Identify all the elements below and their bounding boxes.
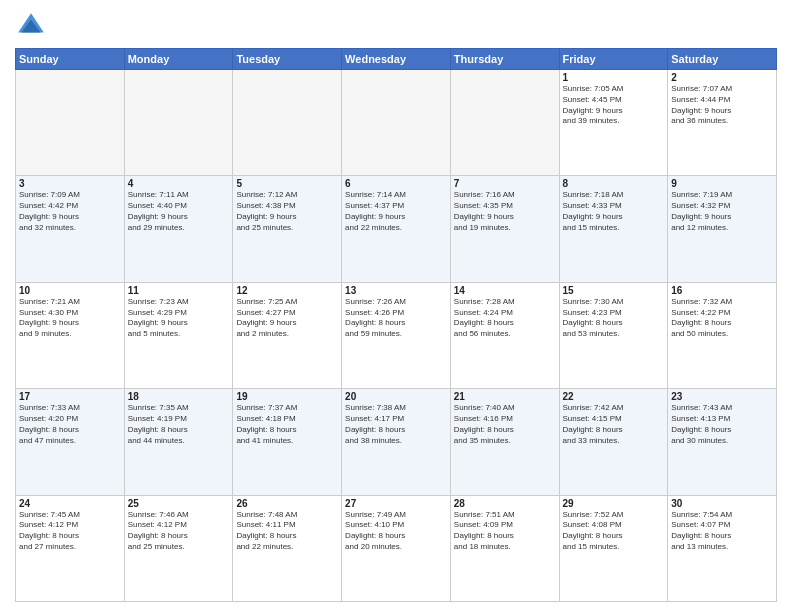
day-info: Sunrise: 7:21 AM Sunset: 4:30 PM Dayligh…: [19, 297, 121, 340]
day-info: Sunrise: 7:40 AM Sunset: 4:16 PM Dayligh…: [454, 403, 556, 446]
day-info: Sunrise: 7:54 AM Sunset: 4:07 PM Dayligh…: [671, 510, 773, 553]
day-info: Sunrise: 7:42 AM Sunset: 4:15 PM Dayligh…: [563, 403, 665, 446]
day-number: 6: [345, 178, 447, 189]
day-info: Sunrise: 7:05 AM Sunset: 4:45 PM Dayligh…: [563, 84, 665, 127]
day-cell: 10Sunrise: 7:21 AM Sunset: 4:30 PM Dayli…: [16, 282, 125, 388]
day-cell: 6Sunrise: 7:14 AM Sunset: 4:37 PM Daylig…: [342, 176, 451, 282]
week-row-3: 10Sunrise: 7:21 AM Sunset: 4:30 PM Dayli…: [16, 282, 777, 388]
day-info: Sunrise: 7:51 AM Sunset: 4:09 PM Dayligh…: [454, 510, 556, 553]
day-cell: 2Sunrise: 7:07 AM Sunset: 4:44 PM Daylig…: [668, 70, 777, 176]
weekday-wednesday: Wednesday: [342, 49, 451, 70]
day-cell: 23Sunrise: 7:43 AM Sunset: 4:13 PM Dayli…: [668, 389, 777, 495]
day-number: 9: [671, 178, 773, 189]
day-info: Sunrise: 7:18 AM Sunset: 4:33 PM Dayligh…: [563, 190, 665, 233]
day-cell: 13Sunrise: 7:26 AM Sunset: 4:26 PM Dayli…: [342, 282, 451, 388]
day-info: Sunrise: 7:38 AM Sunset: 4:17 PM Dayligh…: [345, 403, 447, 446]
header: [15, 10, 777, 42]
day-cell: 28Sunrise: 7:51 AM Sunset: 4:09 PM Dayli…: [450, 495, 559, 601]
day-cell: 25Sunrise: 7:46 AM Sunset: 4:12 PM Dayli…: [124, 495, 233, 601]
day-number: 24: [19, 498, 121, 509]
day-info: Sunrise: 7:16 AM Sunset: 4:35 PM Dayligh…: [454, 190, 556, 233]
day-number: 25: [128, 498, 230, 509]
day-info: Sunrise: 7:07 AM Sunset: 4:44 PM Dayligh…: [671, 84, 773, 127]
day-cell: 17Sunrise: 7:33 AM Sunset: 4:20 PM Dayli…: [16, 389, 125, 495]
day-number: 17: [19, 391, 121, 402]
day-cell: 22Sunrise: 7:42 AM Sunset: 4:15 PM Dayli…: [559, 389, 668, 495]
day-info: Sunrise: 7:35 AM Sunset: 4:19 PM Dayligh…: [128, 403, 230, 446]
day-info: Sunrise: 7:33 AM Sunset: 4:20 PM Dayligh…: [19, 403, 121, 446]
day-cell: 24Sunrise: 7:45 AM Sunset: 4:12 PM Dayli…: [16, 495, 125, 601]
day-info: Sunrise: 7:28 AM Sunset: 4:24 PM Dayligh…: [454, 297, 556, 340]
day-info: Sunrise: 7:46 AM Sunset: 4:12 PM Dayligh…: [128, 510, 230, 553]
weekday-sunday: Sunday: [16, 49, 125, 70]
day-number: 19: [236, 391, 338, 402]
day-cell: 14Sunrise: 7:28 AM Sunset: 4:24 PM Dayli…: [450, 282, 559, 388]
day-cell: 19Sunrise: 7:37 AM Sunset: 4:18 PM Dayli…: [233, 389, 342, 495]
day-info: Sunrise: 7:43 AM Sunset: 4:13 PM Dayligh…: [671, 403, 773, 446]
day-cell: 4Sunrise: 7:11 AM Sunset: 4:40 PM Daylig…: [124, 176, 233, 282]
day-info: Sunrise: 7:19 AM Sunset: 4:32 PM Dayligh…: [671, 190, 773, 233]
day-info: Sunrise: 7:26 AM Sunset: 4:26 PM Dayligh…: [345, 297, 447, 340]
logo-icon: [15, 10, 47, 42]
day-cell: 29Sunrise: 7:52 AM Sunset: 4:08 PM Dayli…: [559, 495, 668, 601]
day-number: 20: [345, 391, 447, 402]
day-cell: 3Sunrise: 7:09 AM Sunset: 4:42 PM Daylig…: [16, 176, 125, 282]
day-number: 28: [454, 498, 556, 509]
day-number: 10: [19, 285, 121, 296]
day-info: Sunrise: 7:11 AM Sunset: 4:40 PM Dayligh…: [128, 190, 230, 233]
week-row-4: 17Sunrise: 7:33 AM Sunset: 4:20 PM Dayli…: [16, 389, 777, 495]
day-number: 14: [454, 285, 556, 296]
day-cell: 8Sunrise: 7:18 AM Sunset: 4:33 PM Daylig…: [559, 176, 668, 282]
day-number: 1: [563, 72, 665, 83]
day-info: Sunrise: 7:45 AM Sunset: 4:12 PM Dayligh…: [19, 510, 121, 553]
day-cell: [342, 70, 451, 176]
day-cell: 26Sunrise: 7:48 AM Sunset: 4:11 PM Dayli…: [233, 495, 342, 601]
day-info: Sunrise: 7:52 AM Sunset: 4:08 PM Dayligh…: [563, 510, 665, 553]
day-info: Sunrise: 7:14 AM Sunset: 4:37 PM Dayligh…: [345, 190, 447, 233]
day-cell: 9Sunrise: 7:19 AM Sunset: 4:32 PM Daylig…: [668, 176, 777, 282]
day-info: Sunrise: 7:32 AM Sunset: 4:22 PM Dayligh…: [671, 297, 773, 340]
day-number: 15: [563, 285, 665, 296]
day-number: 23: [671, 391, 773, 402]
day-info: Sunrise: 7:37 AM Sunset: 4:18 PM Dayligh…: [236, 403, 338, 446]
day-info: Sunrise: 7:30 AM Sunset: 4:23 PM Dayligh…: [563, 297, 665, 340]
day-info: Sunrise: 7:23 AM Sunset: 4:29 PM Dayligh…: [128, 297, 230, 340]
day-number: 16: [671, 285, 773, 296]
day-number: 30: [671, 498, 773, 509]
day-cell: 5Sunrise: 7:12 AM Sunset: 4:38 PM Daylig…: [233, 176, 342, 282]
day-number: 22: [563, 391, 665, 402]
day-info: Sunrise: 7:09 AM Sunset: 4:42 PM Dayligh…: [19, 190, 121, 233]
day-number: 11: [128, 285, 230, 296]
day-number: 12: [236, 285, 338, 296]
weekday-thursday: Thursday: [450, 49, 559, 70]
week-row-5: 24Sunrise: 7:45 AM Sunset: 4:12 PM Dayli…: [16, 495, 777, 601]
day-cell: 16Sunrise: 7:32 AM Sunset: 4:22 PM Dayli…: [668, 282, 777, 388]
day-cell: 21Sunrise: 7:40 AM Sunset: 4:16 PM Dayli…: [450, 389, 559, 495]
day-cell: 30Sunrise: 7:54 AM Sunset: 4:07 PM Dayli…: [668, 495, 777, 601]
day-cell: 7Sunrise: 7:16 AM Sunset: 4:35 PM Daylig…: [450, 176, 559, 282]
day-number: 29: [563, 498, 665, 509]
day-cell: [233, 70, 342, 176]
weekday-friday: Friday: [559, 49, 668, 70]
day-info: Sunrise: 7:48 AM Sunset: 4:11 PM Dayligh…: [236, 510, 338, 553]
day-number: 8: [563, 178, 665, 189]
day-info: Sunrise: 7:12 AM Sunset: 4:38 PM Dayligh…: [236, 190, 338, 233]
day-number: 3: [19, 178, 121, 189]
day-info: Sunrise: 7:25 AM Sunset: 4:27 PM Dayligh…: [236, 297, 338, 340]
day-number: 4: [128, 178, 230, 189]
day-cell: 18Sunrise: 7:35 AM Sunset: 4:19 PM Dayli…: [124, 389, 233, 495]
day-info: Sunrise: 7:49 AM Sunset: 4:10 PM Dayligh…: [345, 510, 447, 553]
logo: [15, 10, 51, 42]
day-number: 26: [236, 498, 338, 509]
week-row-1: 1Sunrise: 7:05 AM Sunset: 4:45 PM Daylig…: [16, 70, 777, 176]
day-number: 7: [454, 178, 556, 189]
week-row-2: 3Sunrise: 7:09 AM Sunset: 4:42 PM Daylig…: [16, 176, 777, 282]
weekday-header-row: SundayMondayTuesdayWednesdayThursdayFrid…: [16, 49, 777, 70]
day-cell: [124, 70, 233, 176]
day-cell: 15Sunrise: 7:30 AM Sunset: 4:23 PM Dayli…: [559, 282, 668, 388]
day-cell: 20Sunrise: 7:38 AM Sunset: 4:17 PM Dayli…: [342, 389, 451, 495]
day-number: 5: [236, 178, 338, 189]
weekday-monday: Monday: [124, 49, 233, 70]
weekday-tuesday: Tuesday: [233, 49, 342, 70]
day-cell: 12Sunrise: 7:25 AM Sunset: 4:27 PM Dayli…: [233, 282, 342, 388]
